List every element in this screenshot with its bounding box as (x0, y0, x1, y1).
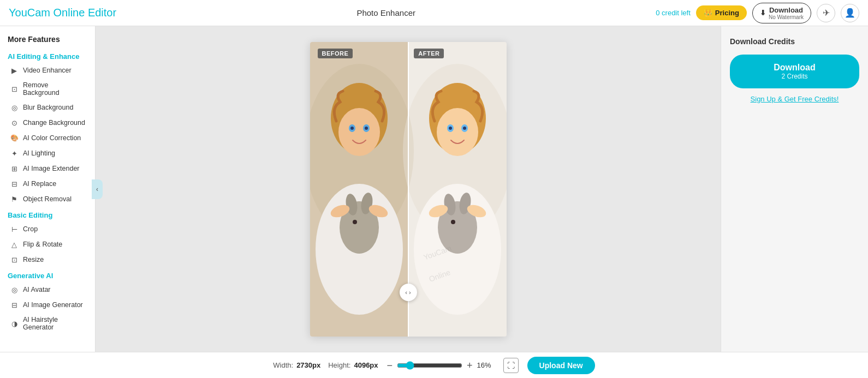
svg-point-15 (463, 127, 466, 130)
sidebar-item-ai-image-extender[interactable]: ⊞ AI Image Extender (2, 161, 93, 176)
sidebar-item-ai-lighting[interactable]: ✦ AI Lighting (2, 146, 93, 161)
right-panel: Download Credits Download 2 Credits Sign… (721, 26, 868, 352)
zoom-controls: − + 16% (387, 361, 495, 370)
svg-point-14 (449, 127, 452, 130)
sidebar-label-change-background: Change Background (23, 119, 85, 127)
share-button[interactable]: ✈ (817, 4, 835, 22)
main-content: More Features AI Editing & Enhance ▶ Vid… (0, 26, 868, 352)
logo-text: YouCam (9, 7, 50, 19)
fullscreen-icon: ⛶ (507, 361, 515, 370)
header-right: 0 credit left 👑 Pricing ⬇ Download No Wa… (656, 3, 859, 23)
height-value: 4096px (354, 361, 378, 369)
user-avatar-button[interactable]: 👤 (841, 4, 859, 22)
sidebar-item-crop[interactable]: ⊢ Crop (2, 221, 93, 237)
change-bg-icon: ⊙ (10, 118, 19, 127)
resize-icon: ⊡ (10, 255, 19, 264)
sidebar: More Features AI Editing & Enhance ▶ Vid… (0, 26, 96, 352)
svg-point-6 (338, 108, 380, 156)
more-features-title: More Features (0, 33, 95, 48)
header-download-button[interactable]: ⬇ Download No Watermark (752, 3, 811, 23)
sidebar-item-ai-hairstyle[interactable]: ◑ AI Hairstyle Generator (2, 313, 93, 334)
share-icon: ✈ (823, 8, 830, 18)
sidebar-item-ai-image-generator[interactable]: ⊟ AI Image Generator (2, 297, 93, 313)
ai-lighting-icon: ✦ (10, 149, 19, 158)
sidebar-label-ai-replace: AI Replace (23, 180, 56, 188)
download-credits-title: Download Credits (730, 37, 859, 46)
signup-link[interactable]: Sign Up & Get Free Credits! (730, 95, 859, 103)
svg-point-21 (353, 220, 357, 224)
ai-image-generator-icon: ⊟ (10, 301, 19, 309)
user-icon: 👤 (845, 8, 855, 18)
section-generative-ai: Generative AI (0, 267, 95, 282)
download-main-label: Download (741, 62, 848, 73)
svg-point-7 (437, 108, 478, 156)
ai-hairstyle-icon: ◑ (10, 319, 19, 328)
width-label: Width: (273, 361, 293, 369)
section-ai-editing: AI Editing & Enhance (0, 48, 95, 63)
header-download-sub: No Watermark (769, 14, 804, 20)
width-value: 2730px (296, 361, 320, 369)
download-icon: ⬇ (760, 9, 766, 17)
slider-arrows-icon: ‹ › (405, 289, 411, 296)
ai-color-icon: 🎨 (10, 134, 19, 142)
zoom-out-button[interactable]: − (387, 361, 393, 370)
canvas-area: YouCam Online BEFORE AFTER ‹ › (96, 26, 721, 352)
object-removal-icon: ⚑ (10, 195, 19, 203)
fullscreen-button[interactable]: ⛶ (503, 358, 519, 373)
chevron-left-icon: ‹ (96, 185, 98, 193)
bottom-bar: Width: 2730px Height: 4096px − + 16% ⛶ U… (0, 352, 868, 378)
dimension-info: Width: 2730px Height: 4096px (273, 361, 378, 369)
blur-bg-icon: ◎ (10, 103, 19, 112)
sidebar-item-ai-color-correction[interactable]: 🎨 AI Color Correction (2, 130, 93, 146)
sidebar-label-ai-lighting: AI Lighting (23, 149, 55, 157)
pricing-label: Pricing (715, 9, 739, 17)
zoom-percent-label: 16% (477, 361, 495, 369)
sidebar-label-object-removal: Object Removal (23, 195, 72, 203)
sidebar-label-remove-background: Remove Background (23, 81, 85, 97)
ai-replace-icon: ⊟ (10, 179, 19, 188)
header-download-label: Download (769, 6, 804, 14)
sidebar-item-video-enhancer[interactable]: ▶ Video Enhancer (2, 63, 93, 78)
sidebar-label-resize: Resize (23, 256, 44, 263)
sidebar-label-ai-avatar: AI Avatar (23, 286, 51, 293)
sidebar-item-object-removal[interactable]: ⚑ Object Removal (2, 191, 93, 207)
sidebar-label-video-enhancer: Video Enhancer (23, 67, 72, 74)
remove-bg-icon: ⊡ (10, 85, 19, 93)
zoom-in-button[interactable]: + (467, 361, 473, 370)
svg-point-11 (365, 127, 368, 130)
after-label: AFTER (414, 49, 444, 58)
header: YouCam Online Editor Photo Enhancer 0 cr… (0, 0, 868, 26)
crop-icon: ⊢ (10, 225, 19, 233)
section-basic-editing: Basic Editing (0, 207, 95, 221)
ai-image-extender-icon: ⊞ (10, 164, 19, 173)
svg-point-25 (451, 220, 455, 224)
logo-sub: Online Editor (50, 7, 116, 19)
sidebar-item-blur-background[interactable]: ◎ Blur Background (2, 100, 93, 115)
sidebar-item-remove-background[interactable]: ⊡ Remove Background (2, 78, 93, 100)
zoom-slider[interactable] (397, 361, 462, 370)
compare-slider-handle[interactable]: ‹ › (400, 284, 417, 301)
upload-new-button[interactable]: Upload New (527, 357, 595, 374)
sidebar-item-ai-replace[interactable]: ⊟ AI Replace (2, 176, 93, 191)
pricing-button[interactable]: 👑 Pricing (696, 5, 747, 20)
video-enhancer-icon: ▶ (10, 66, 19, 75)
svg-point-10 (350, 127, 354, 130)
sidebar-label-ai-image-generator: AI Image Generator (23, 301, 83, 309)
logo: YouCam Online Editor (9, 7, 116, 19)
ai-avatar-icon: ◎ (10, 285, 19, 294)
image-compare-container: YouCam Online BEFORE AFTER ‹ › (310, 42, 507, 337)
sidebar-label-ai-color-correction: AI Color Correction (23, 134, 81, 142)
before-label: BEFORE (318, 49, 353, 58)
credit-left-label: 0 credit left (656, 9, 691, 17)
sidebar-item-change-background[interactable]: ⊙ Change Background (2, 115, 93, 130)
page-title: Photo Enhancer (123, 8, 649, 17)
sidebar-item-flip-rotate[interactable]: △ Flip & Rotate (2, 237, 93, 252)
sidebar-label-flip-rotate: Flip & Rotate (23, 241, 62, 248)
sidebar-item-resize[interactable]: ⊡ Resize (2, 252, 93, 267)
crown-icon: 👑 (704, 9, 712, 17)
sidebar-label-crop: Crop (23, 225, 38, 233)
sidebar-collapse-button[interactable]: ‹ (92, 179, 103, 199)
sidebar-item-ai-avatar[interactable]: ◎ AI Avatar (2, 282, 93, 297)
sidebar-label-ai-image-extender: AI Image Extender (23, 165, 80, 172)
download-main-button[interactable]: Download 2 Credits (730, 55, 859, 88)
